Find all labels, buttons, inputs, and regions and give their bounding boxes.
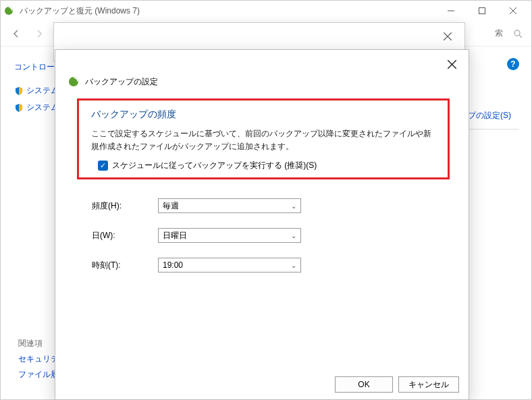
svg-rect-3	[479, 8, 485, 14]
frequency-label: 頻度(H):	[92, 200, 158, 212]
search-text-fragment: 索	[495, 28, 503, 39]
frequency-select[interactable]: 毎週 ⌄	[158, 198, 301, 213]
security-link[interactable]: セキュリテ	[18, 353, 59, 365]
time-value: 19:00	[163, 260, 183, 270]
divider	[467, 129, 519, 130]
backup-settings-link[interactable]: プの設定(S)	[468, 110, 511, 121]
related-heading: 関連項	[18, 338, 59, 349]
chevron-down-icon: ⌄	[291, 202, 296, 210]
back-button[interactable]	[9, 26, 24, 41]
wizard-icon	[68, 76, 80, 88]
svg-line-7	[519, 35, 522, 38]
system-link-1[interactable]: システム	[26, 85, 59, 96]
search-icon[interactable]	[512, 28, 523, 39]
dialog-footer: OK キャンセル	[335, 376, 459, 393]
titlebar-controls	[435, 1, 529, 21]
maximize-button[interactable]	[467, 1, 498, 21]
main-window: バックアップと復元 (Windows 7) 索 コントロー	[0, 0, 532, 400]
time-select[interactable]: 19:00 ⌄	[158, 258, 301, 273]
titlebar: バックアップと復元 (Windows 7)	[1, 1, 531, 21]
schedule-checkbox-row[interactable]: ✓ スケジュールに従ってバックアップを実行する (推奨)(S)	[98, 160, 435, 171]
day-value: 日曜日	[163, 230, 187, 241]
chevron-down-icon: ⌄	[291, 262, 296, 269]
related-section: 関連項 セキュリテ ファイル履	[18, 338, 59, 384]
dialog-header: バックアップの設定	[68, 76, 158, 88]
dialog-title: バックアップの設定	[85, 76, 158, 88]
day-row: 日(W): 日曜日 ⌄	[92, 228, 301, 243]
highlighted-section: バックアップの頻度 ここで設定するスケジュールに基づいて、前回のバックアップ以降…	[77, 98, 450, 179]
minimize-button[interactable]	[435, 1, 467, 21]
dialog-close-button[interactable]	[443, 57, 460, 72]
shield-icon	[14, 86, 24, 96]
close-icon[interactable]	[437, 28, 458, 45]
frequency-value: 毎週	[163, 200, 179, 212]
check-icon: ✓	[100, 162, 106, 169]
svg-point-6	[514, 30, 520, 36]
time-row: 時刻(T): 19:00 ⌄	[92, 258, 301, 273]
backup-settings-dialog: バックアップの設定 バックアップの頻度 ここで設定するスケジュールに基づいて、前…	[55, 49, 469, 400]
system-link-2[interactable]: システム	[26, 102, 59, 113]
forward-button[interactable]	[32, 26, 47, 41]
frequency-row: 頻度(H): 毎週 ⌄	[92, 198, 301, 213]
shield-icon	[14, 103, 24, 113]
window-title: バックアップと復元 (Windows 7)	[20, 5, 140, 17]
schedule-checkbox[interactable]: ✓	[98, 161, 108, 171]
chevron-down-icon: ⌄	[291, 232, 296, 239]
day-label: 日(W):	[92, 230, 158, 241]
ok-button[interactable]: OK	[335, 376, 393, 393]
cancel-button[interactable]: キャンセル	[398, 376, 459, 393]
time-label: 時刻(T):	[92, 260, 158, 271]
section-title: バックアップの頻度	[91, 109, 435, 121]
close-button[interactable]	[498, 1, 529, 21]
section-description: ここで設定するスケジュールに基づいて、前回のバックアップ以降に変更されたファイル…	[91, 127, 435, 153]
checkbox-label: スケジュールに従ってバックアップを実行する (推奨)(S)	[112, 160, 317, 171]
help-icon[interactable]: ?	[507, 58, 519, 70]
help-region: ?	[507, 58, 519, 70]
day-select[interactable]: 日曜日 ⌄	[158, 228, 301, 243]
file-history-link[interactable]: ファイル履	[18, 369, 59, 380]
app-icon	[3, 5, 14, 16]
